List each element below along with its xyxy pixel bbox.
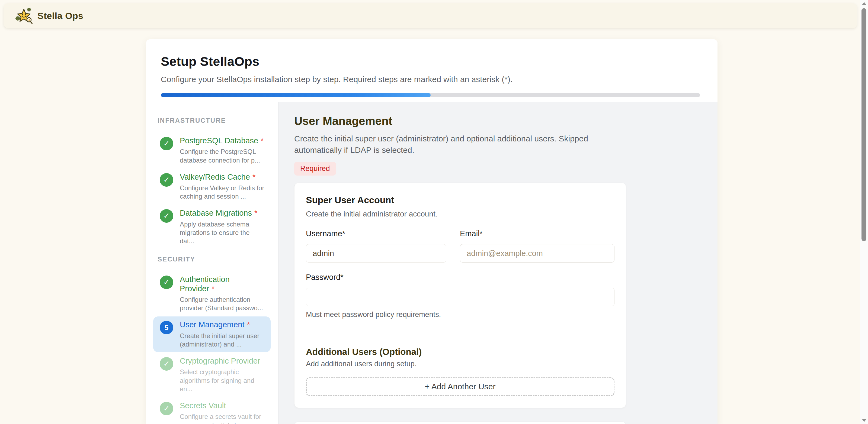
step-description: Select cryptographic algorithms for sign…	[180, 368, 265, 393]
sidebar-item-valkey-redis-cache[interactable]: ✓ Valkey/Redis Cache* Configure Valkey o…	[153, 169, 271, 204]
super-user-card-subtitle: Create the initial administrator account…	[306, 210, 615, 218]
step-description: Create the initial super user (administr…	[180, 332, 265, 349]
step-content: User Management Create the initial super…	[278, 102, 717, 424]
setup-header: Setup StellaOps Configure your StellaOps…	[146, 39, 717, 97]
page-subtitle: Configure your StellaOps installation st…	[161, 75, 700, 84]
scroll-up-icon[interactable]	[862, 2, 866, 5]
check-circle-icon: ✓	[160, 275, 173, 289]
check-circle-icon: ✓	[160, 357, 173, 371]
vertical-scrollbar[interactable]	[860, 0, 868, 424]
required-asterisk: *	[254, 208, 257, 217]
password-input[interactable]	[306, 288, 615, 306]
sidebar-item-postgresql-database[interactable]: ✓ PostgreSQL Database* Configure the Pos…	[153, 132, 271, 168]
super-user-card-title: Super User Account	[306, 195, 615, 205]
email-input[interactable]	[460, 244, 615, 263]
username-field-group: Username*	[306, 229, 446, 263]
sidebar-item-database-migrations[interactable]: ✓ Database Migrations* Apply database sc…	[153, 205, 271, 249]
step-number-icon: 5	[160, 321, 173, 334]
scroll-down-icon[interactable]	[862, 419, 866, 422]
brand-title: Stella Ops	[37, 10, 83, 21]
section-divider	[306, 334, 615, 334]
page-title: Setup StellaOps	[161, 54, 700, 69]
check-circle-icon: ✓	[160, 402, 173, 415]
setup-panel: Setup StellaOps Configure your StellaOps…	[146, 39, 717, 424]
required-asterisk: *	[247, 320, 250, 329]
section-label-infrastructure: INFRASTRUCTURE	[158, 117, 271, 124]
username-label: Username*	[306, 229, 446, 238]
step-description: Configure the PostgreSQL database connec…	[180, 148, 265, 164]
additional-users-title: Additional Users (Optional)	[306, 347, 615, 357]
additional-users-subtitle: Add additional users during setup.	[306, 360, 615, 368]
progress-fill	[161, 93, 431, 97]
password-label: Password*	[306, 273, 615, 282]
required-badge: Required	[294, 162, 336, 175]
email-label: Email*	[460, 229, 615, 238]
required-asterisk: *	[252, 172, 255, 181]
step-description: Configure authentication provider (Stand…	[180, 295, 265, 312]
required-asterisk: *	[212, 284, 215, 293]
email-field-group: Email*	[460, 229, 615, 263]
validation-checks-card: Validation Checks exists Check passed	[294, 422, 626, 424]
password-field-group: Password* Must meet password policy requ…	[306, 273, 615, 319]
check-circle-icon: ✓	[160, 209, 173, 223]
check-circle-icon: ✓	[160, 137, 173, 150]
sidebar-item-user-management[interactable]: 5 User Management* Create the initial su…	[153, 317, 271, 352]
check-circle-icon: ✓	[160, 173, 173, 187]
step-description: Configure a secrets vault for secure cre…	[180, 412, 265, 424]
step-description: Apply database schema migrations to ensu…	[180, 220, 265, 246]
section-label-security: SECURITY	[158, 256, 271, 263]
sidebar-item-secrets-vault[interactable]: ✓ Secrets Vault Configure a secrets vaul…	[153, 397, 271, 424]
sidebar-item-authentication-provider[interactable]: ✓ Authentication Provider* Configure aut…	[153, 271, 271, 316]
username-input[interactable]	[306, 244, 446, 263]
stella-logo-icon	[15, 7, 33, 24]
sidebar-item-cryptographic-provider[interactable]: ✓ Cryptographic Provider Select cryptogr…	[153, 353, 271, 397]
add-another-user-button[interactable]: + Add Another User	[306, 378, 615, 396]
topbar: Stella Ops	[4, 3, 857, 28]
password-hint: Must meet password policy requirements.	[306, 311, 615, 319]
step-heading: User Management	[294, 115, 701, 128]
required-asterisk: *	[260, 136, 264, 145]
step-description-text: Create the initial super user (administr…	[294, 133, 592, 156]
super-user-card: Super User Account Create the initial ad…	[294, 183, 626, 408]
setup-steps-sidebar: INFRASTRUCTURE ✓ PostgreSQL Database* Co…	[146, 102, 278, 424]
progress-bar	[161, 93, 700, 97]
step-description: Configure Valkey or Redis for caching an…	[180, 184, 265, 200]
scrollbar-thumb[interactable]	[862, 8, 866, 241]
